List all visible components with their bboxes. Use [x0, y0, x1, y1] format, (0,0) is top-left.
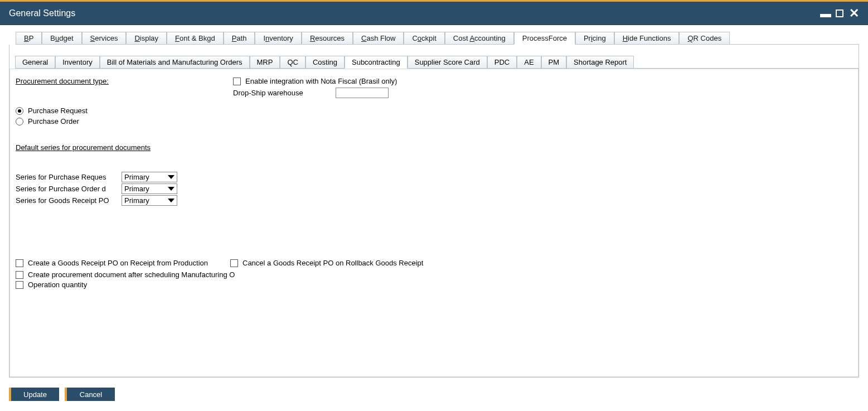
- checkbox-group: Create a Goods Receipt PO on Receipt fro…: [16, 257, 852, 269]
- panel-frame: GeneralInventoryBill of Materials and Ma…: [9, 45, 859, 378]
- series-pr-label: Series for Purchase Reques: [16, 173, 122, 181]
- chevron-down-icon: [168, 199, 174, 202]
- sub-tabs: GeneralInventoryBill of Materials and Ma…: [15, 56, 859, 69]
- window-title: General Settings: [9, 8, 75, 18]
- checkbox-label: Cancel a Goods Receipt PO on Rollback Go…: [243, 259, 423, 267]
- checkbox-label: Operation quantity: [28, 281, 87, 289]
- tab-font-bkgd[interactable]: Font & Bkgd: [167, 32, 224, 44]
- tab-cost-accounting[interactable]: Cost Accounting: [445, 32, 514, 44]
- checkbox[interactable]: [16, 271, 23, 279]
- tab-resources[interactable]: Resources: [302, 32, 353, 44]
- content-area: BPBudgetServicesDisplayFont & BkgdPathIn…: [0, 25, 868, 411]
- subtab-ae[interactable]: AE: [517, 56, 541, 68]
- window-controls: ▬ ✕: [820, 7, 859, 20]
- dropdown-value: Primary: [124, 185, 149, 193]
- tab-cockpit[interactable]: Cockpit: [404, 32, 444, 44]
- series-po-row: Series for Purchase Order d Primary: [16, 183, 852, 194]
- radio-label: Purchase Order: [28, 117, 79, 125]
- section-procurement-type: Procurement document type:: [16, 77, 852, 85]
- series-grpo-label: Series for Goods Receipt PO: [16, 196, 122, 205]
- tab-services[interactable]: Services: [82, 32, 127, 44]
- series-po-dropdown[interactable]: Primary: [122, 183, 177, 194]
- cb-cancel-grpo: Cancel a Goods Receipt PO on Rollback Go…: [230, 259, 423, 267]
- cancel-button[interactable]: Cancel: [65, 388, 115, 401]
- tab-display[interactable]: Display: [126, 32, 167, 44]
- main-tabs: BPBudgetServicesDisplayFont & BkgdPathIn…: [16, 32, 859, 45]
- subcontracting-panel: Procurement document type: Purchase Requ…: [9, 69, 859, 377]
- maximize-icon[interactable]: [836, 9, 843, 17]
- checkbox[interactable]: [16, 281, 23, 289]
- footer-buttons: Update Cancel: [9, 378, 859, 404]
- nota-fiscal-checkbox[interactable]: [233, 78, 241, 85]
- drop-ship-label: Drop-Ship warehouse: [233, 89, 331, 97]
- subtab-mrp[interactable]: MRP: [250, 56, 280, 68]
- window: General Settings ▬ ✕ BPBudgetServicesDis…: [0, 0, 868, 411]
- subtab-bill-of-materials-and-manufacturing-orders[interactable]: Bill of Materials and Manufacturing Orde…: [100, 56, 250, 68]
- subtab-shortage-report[interactable]: Shortage Report: [566, 56, 634, 68]
- tab-qr-codes[interactable]: QR Codes: [679, 32, 730, 44]
- cb-create-proc-doc: Create procurement document after schedu…: [16, 270, 852, 279]
- radio-purchase-request[interactable]: Purchase Request: [16, 107, 852, 115]
- close-icon[interactable]: ✕: [849, 7, 859, 20]
- titlebar: General Settings ▬ ✕: [0, 2, 868, 25]
- series-po-label: Series for Purchase Order d: [16, 185, 122, 193]
- checkbox[interactable]: [230, 259, 238, 267]
- update-button[interactable]: Update: [9, 388, 59, 401]
- section-default-series: Default series for procurement documents: [16, 143, 852, 152]
- nota-fiscal-label: Enable integration with Nota Fiscal (Bra…: [245, 77, 397, 85]
- checkbox[interactable]: [16, 259, 23, 267]
- nota-fiscal-row: Enable integration with Nota Fiscal (Bra…: [233, 77, 397, 85]
- chevron-down-icon: [168, 187, 174, 191]
- series-pr-dropdown[interactable]: Primary: [122, 172, 177, 182]
- tab-bp[interactable]: BP: [16, 32, 42, 44]
- tab-cash-flow[interactable]: Cash Flow: [353, 32, 404, 44]
- series-grpo-row: Series for Goods Receipt PO Primary: [16, 195, 852, 206]
- checkbox-label: Create a Goods Receipt PO on Receipt fro…: [28, 259, 208, 267]
- drop-ship-input[interactable]: [336, 88, 389, 98]
- series-grpo-dropdown[interactable]: Primary: [122, 195, 177, 206]
- subtab-pm[interactable]: PM: [541, 56, 567, 68]
- minimize-icon[interactable]: ▬: [820, 8, 830, 19]
- radio-icon[interactable]: [16, 118, 23, 125]
- tab-hide-functions[interactable]: Hide Functions: [614, 32, 680, 44]
- drop-ship-row: Drop-Ship warehouse: [233, 88, 397, 98]
- subtab-pdc[interactable]: PDC: [487, 56, 517, 68]
- subtab-costing[interactable]: Costing: [306, 56, 345, 68]
- tab-inventory[interactable]: Inventory: [255, 32, 302, 44]
- tab-pricing[interactable]: Pricing: [575, 32, 614, 44]
- radio-icon[interactable]: [16, 107, 23, 115]
- cb-operation-qty: Operation quantity: [16, 281, 852, 289]
- dropdown-value: Primary: [124, 173, 149, 181]
- subtab-inventory[interactable]: Inventory: [55, 56, 99, 68]
- tab-budget[interactable]: Budget: [42, 32, 81, 44]
- checkbox-label: Create procurement document after schedu…: [28, 270, 235, 279]
- cb-create-grpo: Create a Goods Receipt PO on Receipt fro…: [16, 259, 219, 267]
- tab-path[interactable]: Path: [224, 32, 255, 44]
- subtab-supplier-score-card[interactable]: Supplier Score Card: [408, 56, 487, 68]
- dropdown-value: Primary: [124, 196, 149, 205]
- radio-label: Purchase Request: [28, 107, 88, 115]
- radio-purchase-order[interactable]: Purchase Order: [16, 117, 852, 125]
- chevron-down-icon: [168, 175, 174, 179]
- subtab-subcontracting[interactable]: Subcontracting: [345, 56, 408, 69]
- series-pr-row: Series for Purchase Reques Primary: [16, 172, 852, 182]
- tab-processforce[interactable]: ProcessForce: [514, 32, 575, 45]
- subtab-general[interactable]: General: [15, 56, 55, 68]
- right-column: Enable integration with Nota Fiscal (Bra…: [233, 77, 397, 100]
- subtab-qc[interactable]: QC: [280, 56, 306, 68]
